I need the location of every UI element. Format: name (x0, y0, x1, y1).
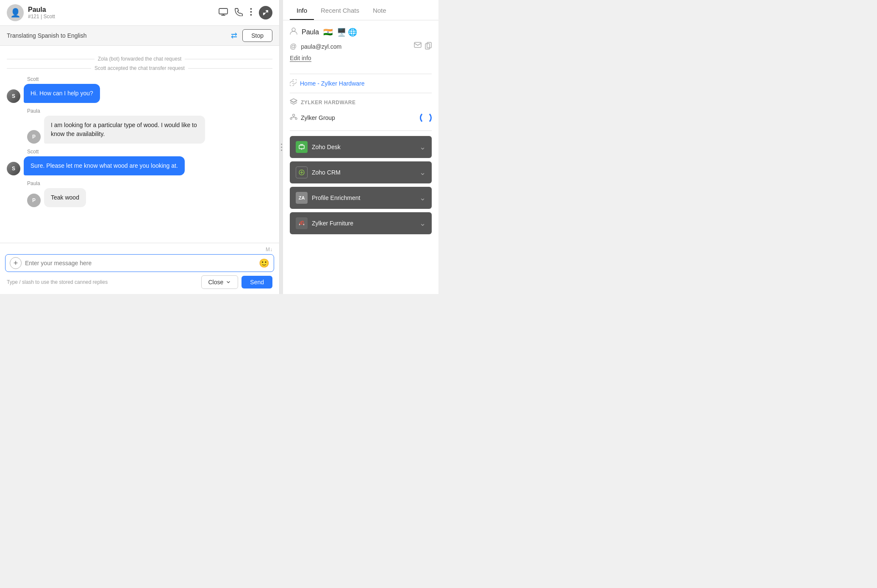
svg-rect-5 (414, 42, 421, 47)
dot-3 (281, 150, 282, 151)
svg-rect-6 (427, 42, 431, 48)
zoho-crm-icon (296, 166, 308, 178)
sender-label-paula-2: Paula (27, 180, 272, 186)
chat-panel: 👤 Paula #121 | Scott (0, 0, 280, 294)
copy-icon[interactable] (425, 42, 432, 51)
profile-enrichment-chevron: ⌄ (419, 193, 426, 202)
zoho-crm-left: Zoho CRM (296, 166, 341, 178)
stop-button[interactable]: Stop (242, 29, 272, 42)
input-footer: Type / slash to use the stored canned re… (5, 272, 274, 291)
email-row: @ paula@zyl.com (290, 42, 432, 51)
ticket-info: #121 | Scott (28, 14, 219, 19)
sender-label-paula-1: Paula (27, 108, 272, 114)
scott-avatar: S (7, 89, 20, 103)
message-group-3: Scott S Sure. Please let me know what wo… (7, 149, 272, 175)
at-icon: @ (290, 43, 297, 50)
markdown-indicator: M↓ (5, 247, 274, 252)
header-actions (219, 6, 272, 19)
zoho-desk-left: Zoho Desk (296, 141, 341, 153)
sender-label-scott-2: Scott (27, 149, 272, 155)
more-options-icon[interactable] (250, 8, 252, 18)
profile-enrichment-left: ZA Profile Enrichment (296, 192, 360, 204)
canned-replies-hint: Type / slash to use the stored canned re… (7, 279, 108, 285)
company-label: ZYLKER HARDWARE (301, 100, 356, 105)
translation-bar: Translating Spanish to English ⇄ Stop (0, 26, 279, 46)
svg-point-3 (250, 14, 252, 16)
translation-text: Translating Spanish to English (7, 32, 231, 39)
svg-point-9 (290, 118, 292, 119)
profile-enrichment-card[interactable]: ZA Profile Enrichment ⌄ (290, 187, 432, 209)
panel-divider[interactable] (280, 0, 283, 294)
svg-rect-7 (425, 44, 430, 49)
contact-flag: 🇮🇳 (323, 28, 333, 37)
tab-recent-chats[interactable]: Recent Chats (314, 0, 366, 20)
zoho-crm-card[interactable]: Zoho CRM ⌄ (290, 161, 432, 183)
divider-1 (290, 74, 432, 74)
edit-info-link[interactable]: Edit info (290, 55, 311, 62)
org-row: Zylker Group (290, 110, 432, 125)
svg-point-4 (292, 28, 295, 31)
svg-point-8 (293, 114, 295, 116)
user-bubble-1: I am looking for a particular type of wo… (44, 116, 205, 144)
contact-row: Paula 🇮🇳 🖥️ 🌐 (290, 27, 432, 37)
svg-point-2 (250, 11, 252, 13)
zoho-desk-card[interactable]: Zoho Desk ⌄ (290, 136, 432, 158)
translation-swap-icon[interactable]: ⇄ (231, 31, 237, 40)
zylker-furniture-label: Zylker Furniture (312, 220, 353, 227)
paula-avatar-1: P (27, 130, 41, 144)
zoho-desk-icon (296, 141, 308, 153)
message-row-3: S Sure. Please let me know what wood are… (7, 156, 272, 175)
contact-person-icon (290, 27, 297, 37)
zoho-desk-chevron: ⌄ (419, 142, 426, 152)
email-send-icon[interactable] (414, 42, 422, 51)
profile-enrichment-icon: ZA (296, 192, 308, 204)
close-button[interactable]: Close (201, 275, 239, 289)
zoho-crm-chevron: ⌄ (419, 168, 426, 177)
agent-bubble-1: Hi. How can I help you? (24, 84, 100, 103)
tab-note[interactable]: Note (366, 0, 393, 20)
contact-app-icons: 🖥️ 🌐 (337, 28, 357, 37)
tab-info[interactable]: Info (290, 0, 314, 20)
emoji-button[interactable]: 🙂 (259, 258, 269, 268)
system-message-1: Zola (bot) forwarded the chat request (7, 56, 272, 62)
sender-label-scott-1: Scott (27, 76, 272, 82)
zylker-furniture-card[interactable]: Zylker Furniture ⌄ (290, 212, 432, 234)
finder-icon: 🖥️ (337, 28, 346, 37)
profile-enrichment-label: Profile Enrichment (312, 194, 360, 201)
info-panel: Info Recent Chats Note Paula 🇮🇳 🖥️ 🌐 (283, 0, 438, 294)
attachment-button[interactable]: + (10, 257, 22, 269)
system-message-2: Scott accepted the chat transfer request (7, 65, 272, 71)
website-link[interactable]: Home - Zylker Hardware (300, 80, 364, 87)
dot-2 (281, 147, 282, 148)
info-tabs: Info Recent Chats Note (283, 0, 438, 20)
zoho-desk-label: Zoho Desk (312, 144, 341, 150)
email-value: paula@zyl.com (301, 43, 410, 50)
message-group-4: Paula P Teak wood (7, 180, 272, 207)
messages-area: Zola (bot) forwarded the chat request Sc… (0, 46, 279, 243)
phone-icon[interactable] (235, 8, 243, 18)
message-row-4: P Teak wood (7, 188, 272, 207)
integration-cards: Zoho Desk ⌄ Zoho CRM ⌄ (290, 136, 432, 234)
contact-name: Paula (28, 6, 219, 14)
zylker-furniture-chevron: ⌄ (419, 219, 426, 228)
loading-spinner (420, 112, 432, 124)
zylker-furniture-icon (296, 217, 308, 229)
paula-avatar-2: P (27, 194, 41, 207)
chrome-icon: 🌐 (348, 28, 357, 37)
company-header: ZYLKER HARDWARE (290, 98, 432, 107)
footer-actions: Close Send (201, 275, 273, 289)
company-section: ZYLKER HARDWARE Zylker Group (290, 98, 432, 125)
divider-2 (290, 93, 432, 93)
contact-avatar: 👤 (7, 4, 24, 21)
message-input[interactable] (25, 260, 259, 266)
input-row: + 🙂 (5, 254, 274, 272)
send-button[interactable]: Send (241, 276, 272, 288)
screen-share-icon[interactable] (219, 8, 228, 18)
user-bubble-2: Teak wood (44, 188, 86, 207)
message-row-1: S Hi. How can I help you? (7, 84, 272, 103)
message-group-1: Scott S Hi. How can I help you? (7, 76, 272, 103)
expand-button[interactable] (259, 6, 272, 19)
message-group-2: Paula P I am looking for a particular ty… (7, 108, 272, 144)
email-action-icons (414, 42, 432, 51)
info-content: Paula 🇮🇳 🖥️ 🌐 @ paula@zyl.com (283, 20, 438, 244)
